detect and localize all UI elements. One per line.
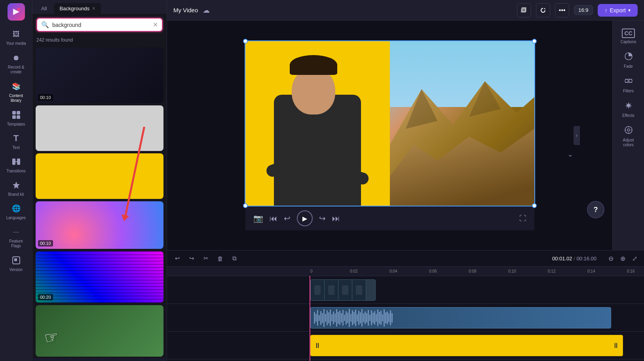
current-time: 00:01.02	[552, 256, 572, 262]
top-bar: My Video ☁ ••• 16:9 ↑ Export ▾	[167, 0, 644, 21]
svg-point-20	[627, 129, 630, 131]
duplicate-button[interactable]: ⧉	[229, 253, 240, 264]
timeline-tracks: ⏸ ⏸	[167, 276, 644, 361]
export-caret-icon: ▾	[628, 8, 631, 13]
frame-thumb-1	[311, 279, 325, 301]
timeline-toolbar: ↩ ↪ ✂ 🗑 ⧉ 00:01.02 / 00:16.00 ⊖ ⊕ ⤢	[167, 250, 644, 267]
skip-forward-icon[interactable]: ⏭	[332, 214, 340, 223]
sidebar-item-content-library[interactable]: 📚 Contentlibrary	[0, 78, 32, 106]
audio-clip[interactable]	[310, 307, 611, 329]
effects-icon	[624, 101, 633, 112]
timeline-ruler: 0 0:02 0:04 0:06 0:08 0:10 0:12 0:14 0:1…	[167, 267, 644, 276]
corner-handle-bl[interactable]	[243, 203, 248, 208]
sidebar-item-brand-kit[interactable]: Brand kit	[0, 176, 32, 200]
fit-view-button[interactable]: ⤢	[630, 254, 639, 263]
tab-all[interactable]: All	[36, 3, 52, 14]
playhead-line	[310, 276, 310, 361]
sidebar-item-feature-flags[interactable]: ··· FeatureFlags	[0, 223, 32, 252]
zoom-out-button[interactable]: ⊖	[606, 254, 616, 263]
corner-handle-tr[interactable]	[532, 39, 537, 44]
thumbnail-item[interactable]	[36, 105, 163, 151]
thumbnail-item[interactable]	[36, 153, 163, 199]
timeline-area: ↩ ↪ ✂ 🗑 ⧉ 00:01.02 / 00:16.00 ⊖ ⊕ ⤢ 0 0:…	[167, 250, 644, 361]
video-canvas	[245, 41, 534, 206]
corner-handle-tl[interactable]	[243, 39, 248, 44]
project-title: My Video	[173, 7, 198, 13]
video-preview-container	[245, 40, 535, 206]
sidebar-item-transitions[interactable]: Transitions	[0, 153, 32, 176]
frame-thumb-2	[325, 279, 338, 301]
help-button[interactable]: ?	[587, 201, 604, 218]
more-options-button[interactable]: •••	[555, 3, 569, 17]
version-icon	[11, 255, 22, 266]
clip-pause-start-icon: ⏸	[314, 342, 321, 350]
feature-flags-icon: ···	[11, 226, 22, 237]
export-button[interactable]: ↑ Export ▾	[598, 4, 638, 17]
thumb-label: 00:20	[38, 294, 53, 300]
content-library-icon: 📚	[11, 81, 22, 92]
filters-panel-item[interactable]: Filters	[613, 73, 644, 96]
corner-handle-br[interactable]	[532, 203, 537, 208]
collapse-right-panel-button[interactable]: ›	[574, 126, 580, 145]
delete-button[interactable]: 🗑	[215, 253, 226, 264]
thumbnail-item[interactable]: 00:10	[36, 201, 163, 249]
svg-point-0	[17, 8, 20, 11]
captions-panel-item[interactable]: CC Captions	[613, 25, 644, 47]
redo-button[interactable]: ↪	[186, 253, 197, 264]
skip-back-icon[interactable]: ⏮	[270, 214, 277, 223]
thumbnails-grid: 00:10 00:10 00:20	[32, 46, 167, 358]
svg-rect-2	[17, 111, 20, 115]
sidebar-item-your-media[interactable]: 🖼 Your media	[0, 25, 32, 49]
total-time: 00:16.00	[576, 256, 597, 262]
video-frame	[245, 40, 535, 206]
app-logo[interactable]	[8, 3, 25, 21]
filters-icon	[624, 76, 633, 87]
sidebar-item-version[interactable]: Version	[0, 252, 32, 275]
frame-thumb-3	[338, 279, 352, 301]
tab-close-icon[interactable]: ✕	[92, 6, 95, 11]
undo-button[interactable]: ↩	[172, 253, 183, 264]
rewind-icon[interactable]: ↩	[284, 214, 291, 223]
play-button[interactable]: ▶	[297, 210, 313, 226]
templates-icon	[11, 109, 22, 120]
sidebar-item-text[interactable]: T Text	[0, 130, 32, 153]
brand-kit-icon	[11, 180, 22, 191]
sidebar-item-record-create[interactable]: ⏺ Record &create	[0, 49, 32, 78]
svg-rect-3	[12, 115, 16, 119]
dropdown-arrow[interactable]: ⌄	[568, 151, 573, 158]
svg-rect-4	[17, 115, 20, 119]
fullscreen-icon[interactable]: ⛶	[519, 214, 526, 223]
avatar-figure	[270, 55, 365, 206]
svg-rect-6	[17, 159, 20, 165]
rotate-button[interactable]	[536, 3, 550, 17]
cut-button[interactable]: ✂	[200, 253, 211, 264]
effects-panel-item[interactable]: Effects	[613, 98, 644, 121]
playback-bar: 📷 ⏮ ↩ ▶ ↪ ⏭ ⛶	[245, 206, 534, 230]
svg-point-16	[629, 79, 632, 82]
search-input[interactable]	[52, 22, 150, 28]
zoom-in-button[interactable]: ⊕	[618, 254, 627, 263]
track-background: ⏸ ⏸	[167, 332, 644, 359]
thumbnail-item[interactable]	[36, 305, 163, 357]
sidebar-item-languages[interactable]: 🌐 Languages	[0, 200, 32, 223]
search-box[interactable]: 🔍 ✕	[36, 18, 163, 32]
results-count: 242 results found	[32, 36, 167, 46]
search-clear-icon[interactable]: ✕	[153, 21, 158, 29]
thumbnail-item[interactable]: 00:20	[36, 251, 163, 303]
thumb-label: 00:10	[38, 94, 53, 101]
fade-panel-item[interactable]: Fade	[613, 49, 644, 72]
avatar-clip[interactable]	[310, 279, 376, 301]
tab-backgrounds[interactable]: Backgrounds ✕	[54, 3, 101, 14]
svg-rect-5	[12, 159, 15, 165]
camera-icon: 📷	[253, 214, 263, 223]
forward-icon[interactable]: ↪	[319, 214, 326, 223]
yellow-clip[interactable]: ⏸ ⏸	[310, 335, 623, 356]
sidebar-item-templates[interactable]: Templates	[0, 106, 32, 130]
thumbnail-item[interactable]: 00:10	[36, 48, 163, 103]
aspect-ratio-badge: 16:9	[574, 5, 593, 15]
crop-button[interactable]	[517, 3, 531, 17]
preview-area: 📷 ⏮ ↩ ▶ ↪ ⏭ ⛶ ? › ⌄	[167, 21, 612, 250]
adjust-colors-panel-item[interactable]: Adjustcolors	[613, 122, 644, 151]
clip-pause-end-icon: ⏸	[612, 342, 619, 350]
cloud-save-icon[interactable]: ☁	[203, 6, 210, 15]
